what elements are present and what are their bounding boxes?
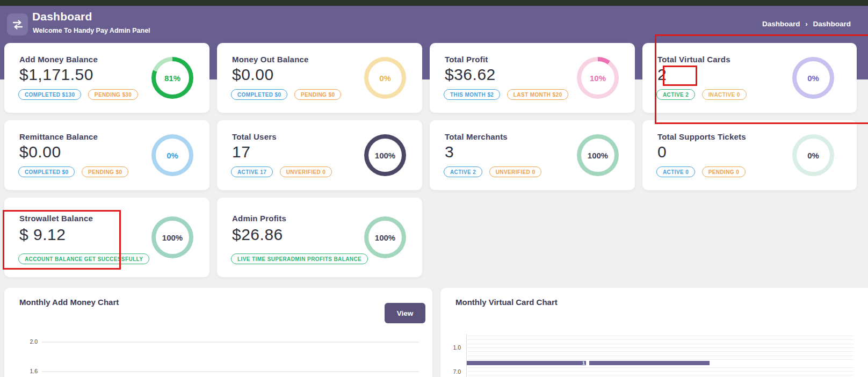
gridline	[466, 347, 854, 348]
breadcrumb: Dashboard › Dashboard	[762, 20, 851, 28]
donut-percent: 100%	[156, 221, 189, 254]
card-value: $0.00	[232, 66, 274, 84]
page-subtitle: Welcome To Handy Pay Admin Panel	[33, 27, 150, 34]
status-badge: THIS MONTH $2	[444, 89, 500, 100]
donut-percent: 0%	[797, 61, 830, 95]
donut-percent: 81%	[156, 61, 189, 95]
breadcrumb-item-current[interactable]: Dashboard	[813, 20, 851, 28]
status-badge: PENDING $0	[294, 89, 341, 100]
status-badge: COMPLETED $0	[231, 89, 287, 100]
donut-chart: 0%	[792, 57, 834, 99]
donut-percent: 0%	[156, 139, 189, 172]
status-badge: PENDING 0	[702, 166, 746, 177]
card-title: Total Supports Tickets	[657, 132, 746, 141]
donut-percent: 100%	[368, 139, 402, 172]
donut-percent: 0%	[368, 61, 402, 95]
status-badge: COMPLETED $130	[18, 89, 81, 100]
donut-chart: 0%	[792, 134, 834, 176]
gridline	[466, 344, 854, 344]
monthly-virtual-card-chart-card: Monthly Virtual Card Chart 1.0 7.0 1	[440, 288, 868, 377]
donut-chart: 81%	[151, 57, 193, 99]
card-total-users: Total Users 17 ACTIVE 17 UNVERIFIED 0 10…	[217, 120, 422, 190]
donut-chart: 0%	[151, 134, 193, 176]
card-total-virtual-cards: Total Virtual Cards 2 ACTIVE 2 INACTIVE …	[642, 43, 857, 113]
card-title: Total Virtual Cards	[657, 55, 730, 64]
status-badge: LIVE TIME SUPERADMIN PROFITS BALANCE	[231, 253, 368, 264]
donut-chart: 100%	[364, 134, 406, 176]
sidebar-toggle-button[interactable]	[7, 13, 28, 35]
y-tick-label: 2.0	[19, 338, 38, 345]
breadcrumb-separator: ›	[805, 20, 808, 28]
card-total-profit: Total Profit $36.62 THIS MONTH $2 LAST M…	[430, 43, 635, 113]
card-title: Total Profit	[445, 55, 488, 64]
donut-chart: 100%	[577, 134, 619, 176]
gridline	[466, 351, 854, 352]
card-strowallet-balance: Strowallet Balance $ 9.12 ACCOUNT BALANC…	[4, 198, 209, 277]
status-badge: UNVERIFIED 0	[489, 166, 542, 177]
card-title: Admin Profits	[232, 214, 286, 223]
bar-segment[interactable]: 1	[467, 361, 586, 365]
status-badge: ACTIVE 2	[444, 166, 482, 177]
donut-percent: 100%	[368, 221, 402, 254]
page-title: Dashboard	[32, 10, 92, 23]
gridline	[466, 359, 854, 360]
card-total-supports-tickets: Total Supports Tickets 0 ACTIVE 0 PENDIN…	[642, 120, 857, 190]
card-remittance-balance: Remittance Balance $0.00 COMPLETED $0 PE…	[4, 120, 209, 190]
status-badge: ACCOUNT BALANCE GET SUCCESSFULLY	[18, 253, 149, 264]
card-value: $ 9.12	[19, 226, 66, 244]
gridline	[466, 375, 854, 375]
status-badge: ACTIVE 0	[656, 166, 695, 177]
status-badge: LAST MONTH $20	[507, 89, 569, 100]
card-value: 3	[445, 143, 454, 161]
status-badge: ACTIVE 17	[231, 166, 273, 177]
gridline	[42, 342, 419, 343]
top-dark-strip	[0, 0, 868, 6]
y-tick-label: 1.6	[19, 368, 38, 374]
card-total-merchants: Total Merchants 3 ACTIVE 2 UNVERIFIED 0 …	[430, 120, 635, 190]
gridline	[466, 356, 854, 356]
chart-title: Monthly Add Money Chart	[19, 298, 119, 307]
bar-data-label: 1	[582, 361, 586, 365]
card-money-out-balance: Money Out Balance $0.00 COMPLETED $0 PEN…	[217, 43, 422, 113]
card-value: 2	[657, 66, 667, 84]
card-title: Total Users	[232, 132, 277, 141]
bar-segment[interactable]	[589, 361, 710, 365]
status-badge: INACTIVE 0	[702, 89, 747, 100]
card-title: Remittance Balance	[19, 132, 98, 141]
card-value: $1,171.50	[19, 66, 93, 84]
y-tick-label: 7.0	[443, 368, 461, 375]
status-badge: UNVERIFIED 0	[280, 166, 332, 177]
gridline	[42, 371, 419, 372]
status-badge: ACTIVE 2	[656, 89, 695, 100]
gridline	[466, 367, 854, 368]
monthly-add-money-chart-card: Monthly Add Money Chart View 2.0 1.6	[4, 288, 432, 377]
y-tick-label: 1.0	[443, 344, 461, 351]
donut-chart: 100%	[151, 216, 193, 258]
donut-chart: 100%	[364, 216, 406, 258]
card-admin-profits: Admin Profits $26.86 LIVE TIME SUPERADMI…	[217, 198, 422, 277]
breadcrumb-item-dashboard[interactable]: Dashboard	[762, 20, 800, 28]
donut-percent: 0%	[797, 139, 830, 172]
status-badge: PENDING $0	[82, 166, 128, 177]
donut-chart: 10%	[577, 57, 619, 99]
card-value: $36.62	[445, 66, 496, 84]
card-title: Strowallet Balance	[19, 214, 93, 223]
card-title: Money Out Balance	[232, 55, 309, 64]
donut-percent: 100%	[581, 139, 614, 172]
swap-arrows-icon	[11, 18, 24, 31]
status-badge: COMPLETED $0	[18, 166, 75, 177]
card-title: Total Merchants	[445, 132, 508, 141]
view-button[interactable]: View	[385, 303, 425, 323]
donut-percent: 10%	[581, 61, 614, 95]
card-add-money-balance: Add Money Balance $1,171.50 COMPLETED $1…	[4, 43, 209, 113]
gridline	[466, 339, 854, 340]
card-value: $0.00	[19, 143, 61, 161]
card-value: 17	[232, 143, 250, 161]
card-value: 0	[657, 143, 667, 161]
chart-title: Monthly Virtual Card Chart	[455, 298, 558, 307]
gridline	[466, 371, 854, 372]
status-badge: PENDING $30	[88, 89, 138, 100]
card-title: Add Money Balance	[19, 55, 98, 64]
donut-chart: 0%	[364, 57, 406, 99]
gridline	[466, 336, 854, 336]
